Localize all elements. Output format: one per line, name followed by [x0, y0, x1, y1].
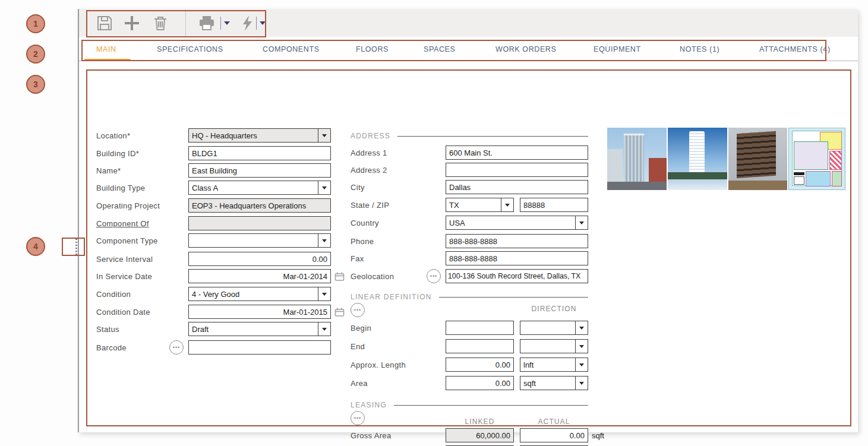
dropdown-button[interactable]	[318, 181, 330, 194]
tab-notes[interactable]: NOTES (1)	[680, 45, 719, 53]
dropdown-button[interactable]	[318, 322, 330, 336]
calendar-icon	[334, 307, 345, 317]
add-button[interactable]	[122, 14, 142, 33]
begin-direction-select[interactable]	[520, 321, 588, 335]
building-photo-3-detail	[737, 131, 776, 179]
component-of-link[interactable]: Component Of	[96, 216, 149, 230]
city-input[interactable]: Dallas	[446, 180, 588, 194]
linear-definition-title: LINEAR DEFINITION	[351, 293, 432, 301]
dropdown-button[interactable]	[575, 358, 588, 371]
chevron-down-icon	[579, 327, 584, 330]
status-select[interactable]: Draft	[188, 322, 331, 336]
condition-date-picker-button[interactable]	[333, 305, 345, 319]
chevron-down-icon	[579, 363, 584, 366]
dropdown-button[interactable]	[318, 129, 330, 142]
linear-definition-options-button[interactable]: •••	[351, 303, 365, 317]
begin-input[interactable]	[446, 321, 514, 335]
service-interval-input[interactable]: 0.00	[188, 252, 331, 266]
dropdown-button[interactable]	[575, 377, 588, 390]
ellipsis-icon: •••	[430, 273, 437, 279]
phone-input[interactable]: 888-888-8888	[446, 234, 588, 248]
dropdown-button[interactable]	[575, 216, 588, 229]
building-type-select[interactable]: Class A	[188, 181, 331, 195]
geolocation-lookup-button[interactable]: •••	[427, 269, 441, 283]
area-label: Area	[351, 376, 368, 390]
tab-spaces[interactable]: SPACES	[424, 45, 455, 53]
toolbar	[79, 9, 858, 37]
delete-button[interactable]	[150, 14, 171, 33]
tab-main[interactable]: MAIN	[96, 45, 116, 53]
barcode-input[interactable]	[188, 340, 331, 355]
tab-specifications[interactable]: SPECIFICATIONS	[157, 45, 223, 53]
component-type-select[interactable]	[188, 233, 331, 248]
gross-area-label: Gross Area	[351, 428, 392, 442]
leasing-options-button[interactable]: •••	[351, 411, 365, 425]
dropdown-button[interactable]	[575, 340, 588, 353]
print-dropdown-button[interactable]	[220, 17, 230, 30]
approx-length-input[interactable]: 0.00	[446, 358, 514, 372]
actual-column-header: ACTUAL	[520, 417, 588, 426]
location-select[interactable]: HQ - Headquarters	[188, 128, 331, 143]
address2-input[interactable]	[446, 163, 588, 177]
section-rule	[394, 405, 588, 406]
in-service-date-input[interactable]: Mar-01-2014	[188, 269, 331, 283]
building-photo-2	[668, 128, 727, 190]
end-direction-select[interactable]	[520, 339, 588, 353]
dropdown-button[interactable]	[318, 234, 330, 247]
barcode-lookup-button[interactable]: •••	[169, 340, 184, 355]
state-select[interactable]: TX	[446, 198, 514, 212]
chevron-down-icon	[579, 345, 584, 348]
ellipsis-icon: •••	[354, 415, 361, 421]
condition-value: 4 - Very Good	[189, 287, 318, 301]
linear-definition-section-header: LINEAR DEFINITION	[351, 292, 588, 302]
floor-plan-room	[794, 141, 828, 170]
name-input[interactable]: East Building	[188, 163, 331, 178]
zip-input[interactable]: 88888	[520, 198, 588, 212]
floor-plan-legend	[794, 172, 804, 175]
condition-date-input[interactable]: Mar-01-2015	[188, 305, 331, 319]
add-icon	[123, 14, 141, 32]
pane-splitter-handle[interactable]	[75, 239, 77, 255]
quick-action-dropdown-button[interactable]	[256, 17, 266, 30]
state-value: TX	[446, 198, 501, 211]
floor-plan-thumbnail	[788, 128, 845, 190]
status-value: Draft	[189, 322, 318, 336]
ellipsis-icon: •••	[354, 307, 361, 313]
address1-input[interactable]: 600 Main St.	[446, 145, 588, 160]
quick-action-button[interactable]	[237, 14, 257, 33]
geolocation-input[interactable]: 100-136 South Record Street, Dallas, TX	[446, 269, 588, 283]
in-service-date-picker-button[interactable]	[333, 269, 345, 283]
building-type-value: Class A	[189, 181, 318, 194]
condition-select[interactable]: 4 - Very Good	[188, 287, 331, 301]
dropdown-button[interactable]	[575, 321, 588, 334]
save-button[interactable]	[94, 14, 115, 33]
country-label: Country	[351, 216, 379, 230]
gross-area-actual-input[interactable]: 0.00	[520, 428, 588, 442]
floor-plan-legend	[794, 176, 804, 185]
condition-label: Condition	[96, 287, 131, 301]
building-id-input[interactable]: BLDG1	[188, 146, 331, 160]
print-button[interactable]	[197, 14, 217, 33]
area-unit-select[interactable]: sqft	[520, 376, 588, 390]
length-unit-select[interactable]: lnft	[520, 358, 588, 372]
address-section-header: ADDRESS	[351, 131, 588, 141]
floor-plan-room	[829, 151, 842, 170]
tab-components[interactable]: COMPONENTS	[263, 45, 320, 53]
dropdown-button[interactable]	[318, 287, 330, 301]
building-photo-2-detail	[668, 179, 727, 190]
tab-floors[interactable]: FLOORS	[356, 45, 389, 53]
country-select[interactable]: USA	[446, 216, 588, 230]
end-input[interactable]	[446, 339, 514, 353]
dropdown-button[interactable]	[501, 198, 513, 211]
fax-input[interactable]: 888-888-8888	[446, 251, 588, 265]
direction-column-header: DIRECTION	[520, 305, 588, 313]
state-zip-label: State / ZIP	[351, 198, 389, 212]
tab-equipment[interactable]: EQUIPMENT	[594, 45, 641, 53]
linked-column-header: LINKED	[446, 417, 514, 426]
tab-work-orders[interactable]: WORK ORDERS	[495, 45, 556, 53]
chevron-down-icon	[224, 21, 230, 25]
building-photo-1-detail	[607, 149, 623, 182]
area-input[interactable]: 0.00	[446, 376, 514, 390]
tab-attachments[interactable]: ATTACHMENTS (4)	[759, 45, 831, 53]
address-section-title: ADDRESS	[351, 132, 390, 140]
